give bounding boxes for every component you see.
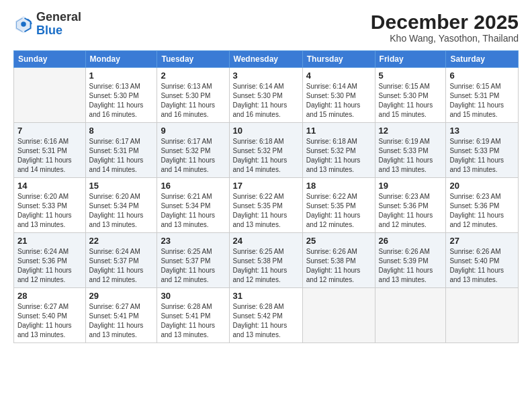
- calendar-day-cell: 3Sunrise: 6:14 AMSunset: 5:30 PMDaylight…: [229, 68, 302, 123]
- day-number: 25: [306, 236, 371, 246]
- day-number: 10: [233, 126, 299, 136]
- calendar-header-tuesday: Tuesday: [157, 51, 229, 68]
- calendar-header-wednesday: Wednesday: [229, 51, 302, 68]
- day-number: 17: [233, 181, 299, 191]
- day-number: 8: [89, 126, 154, 136]
- day-info: Sunrise: 6:17 AMSunset: 5:32 PMDaylight:…: [161, 137, 225, 175]
- calendar-day-cell: [446, 288, 519, 343]
- day-info: Sunrise: 6:28 AMSunset: 5:42 PMDaylight:…: [233, 302, 299, 340]
- day-info: Sunrise: 6:28 AMSunset: 5:41 PMDaylight:…: [161, 302, 225, 340]
- calendar-day-cell: 15Sunrise: 6:20 AMSunset: 5:34 PMDayligh…: [85, 178, 157, 233]
- day-number: 5: [379, 71, 443, 81]
- day-info: Sunrise: 6:16 AMSunset: 5:31 PMDaylight:…: [17, 137, 82, 175]
- day-number: 31: [233, 291, 299, 301]
- day-info: Sunrise: 6:15 AMSunset: 5:30 PMDaylight:…: [379, 82, 443, 120]
- day-number: 13: [449, 126, 515, 136]
- logo-text: General Blue: [36, 11, 81, 38]
- calendar-day-cell: 27Sunrise: 6:26 AMSunset: 5:40 PMDayligh…: [446, 233, 519, 288]
- day-number: 21: [17, 236, 82, 246]
- day-info: Sunrise: 6:27 AMSunset: 5:41 PMDaylight:…: [89, 302, 154, 340]
- day-number: 20: [449, 181, 515, 191]
- calendar-day-cell: 16Sunrise: 6:21 AMSunset: 5:34 PMDayligh…: [157, 178, 229, 233]
- day-number: 16: [161, 181, 225, 191]
- day-info: Sunrise: 6:22 AMSunset: 5:35 PMDaylight:…: [233, 192, 299, 230]
- calendar-day-cell: 24Sunrise: 6:25 AMSunset: 5:38 PMDayligh…: [229, 233, 302, 288]
- calendar-header-sunday: Sunday: [14, 51, 86, 68]
- calendar-day-cell: 9Sunrise: 6:17 AMSunset: 5:32 PMDaylight…: [157, 123, 229, 178]
- calendar-day-cell: 10Sunrise: 6:18 AMSunset: 5:32 PMDayligh…: [229, 123, 302, 178]
- logo-general: General: [36, 10, 81, 24]
- day-number: 27: [449, 236, 515, 246]
- calendar-day-cell: 7Sunrise: 6:16 AMSunset: 5:31 PMDaylight…: [14, 123, 86, 178]
- day-info: Sunrise: 6:14 AMSunset: 5:30 PMDaylight:…: [306, 82, 371, 120]
- day-number: 15: [89, 181, 154, 191]
- day-info: Sunrise: 6:19 AMSunset: 5:33 PMDaylight:…: [379, 137, 443, 175]
- calendar-week-row: 14Sunrise: 6:20 AMSunset: 5:33 PMDayligh…: [14, 178, 519, 233]
- calendar-day-cell: 29Sunrise: 6:27 AMSunset: 5:41 PMDayligh…: [85, 288, 157, 343]
- location: Kho Wang, Yasothon, Thailand: [371, 33, 519, 44]
- day-number: 2: [161, 71, 225, 81]
- calendar-header-thursday: Thursday: [302, 51, 375, 68]
- day-number: 30: [161, 291, 225, 301]
- day-number: 9: [161, 126, 225, 136]
- calendar-day-cell: 30Sunrise: 6:28 AMSunset: 5:41 PMDayligh…: [157, 288, 229, 343]
- calendar-week-row: 28Sunrise: 6:27 AMSunset: 5:40 PMDayligh…: [14, 288, 519, 343]
- day-number: 12: [379, 126, 443, 136]
- day-number: 26: [379, 236, 443, 246]
- calendar-header-row: SundayMondayTuesdayWednesdayThursdayFrid…: [14, 51, 519, 68]
- calendar-day-cell: 13Sunrise: 6:19 AMSunset: 5:33 PMDayligh…: [446, 123, 519, 178]
- calendar-day-cell: 2Sunrise: 6:13 AMSunset: 5:30 PMDaylight…: [157, 68, 229, 123]
- title-block: December 2025 Kho Wang, Yasothon, Thaila…: [371, 11, 519, 44]
- calendar-day-cell: 25Sunrise: 6:26 AMSunset: 5:38 PMDayligh…: [302, 233, 375, 288]
- logo-icon: [13, 14, 34, 34]
- calendar-day-cell: 21Sunrise: 6:24 AMSunset: 5:36 PMDayligh…: [14, 233, 86, 288]
- day-info: Sunrise: 6:26 AMSunset: 5:39 PMDaylight:…: [379, 247, 443, 285]
- calendar-day-cell: 23Sunrise: 6:25 AMSunset: 5:37 PMDayligh…: [157, 233, 229, 288]
- calendar-day-cell: [14, 68, 86, 123]
- calendar-day-cell: 11Sunrise: 6:18 AMSunset: 5:32 PMDayligh…: [302, 123, 375, 178]
- logo-blue: Blue: [36, 24, 62, 37]
- day-number: 29: [89, 291, 154, 301]
- day-info: Sunrise: 6:24 AMSunset: 5:37 PMDaylight:…: [89, 247, 154, 285]
- calendar-day-cell: 4Sunrise: 6:14 AMSunset: 5:30 PMDaylight…: [302, 68, 375, 123]
- day-number: 1: [89, 71, 154, 81]
- calendar-day-cell: 19Sunrise: 6:23 AMSunset: 5:36 PMDayligh…: [375, 178, 446, 233]
- day-number: 19: [379, 181, 443, 191]
- day-info: Sunrise: 6:25 AMSunset: 5:38 PMDaylight:…: [233, 247, 299, 285]
- day-number: 7: [17, 126, 82, 136]
- day-info: Sunrise: 6:18 AMSunset: 5:32 PMDaylight:…: [306, 137, 371, 175]
- calendar-header-friday: Friday: [375, 51, 446, 68]
- day-info: Sunrise: 6:18 AMSunset: 5:32 PMDaylight:…: [233, 137, 299, 175]
- day-number: 18: [306, 181, 371, 191]
- day-info: Sunrise: 6:13 AMSunset: 5:30 PMDaylight:…: [89, 82, 154, 120]
- calendar-day-cell: 26Sunrise: 6:26 AMSunset: 5:39 PMDayligh…: [375, 233, 446, 288]
- day-number: 23: [161, 236, 225, 246]
- calendar-day-cell: 17Sunrise: 6:22 AMSunset: 5:35 PMDayligh…: [229, 178, 302, 233]
- month-year: December 2025: [371, 11, 519, 33]
- calendar-day-cell: 20Sunrise: 6:23 AMSunset: 5:36 PMDayligh…: [446, 178, 519, 233]
- day-info: Sunrise: 6:26 AMSunset: 5:38 PMDaylight:…: [306, 247, 371, 285]
- calendar-day-cell: 22Sunrise: 6:24 AMSunset: 5:37 PMDayligh…: [85, 233, 157, 288]
- calendar-day-cell: 18Sunrise: 6:22 AMSunset: 5:35 PMDayligh…: [302, 178, 375, 233]
- calendar-day-cell: 6Sunrise: 6:15 AMSunset: 5:31 PMDaylight…: [446, 68, 519, 123]
- calendar-day-cell: 5Sunrise: 6:15 AMSunset: 5:30 PMDaylight…: [375, 68, 446, 123]
- day-info: Sunrise: 6:27 AMSunset: 5:40 PMDaylight:…: [17, 302, 82, 340]
- day-info: Sunrise: 6:24 AMSunset: 5:36 PMDaylight:…: [17, 247, 82, 285]
- day-number: 3: [233, 71, 299, 81]
- calendar-week-row: 1Sunrise: 6:13 AMSunset: 5:30 PMDaylight…: [14, 68, 519, 123]
- calendar-day-cell: 12Sunrise: 6:19 AMSunset: 5:33 PMDayligh…: [375, 123, 446, 178]
- calendar-day-cell: [302, 288, 375, 343]
- day-info: Sunrise: 6:22 AMSunset: 5:35 PMDaylight:…: [306, 192, 371, 230]
- day-info: Sunrise: 6:23 AMSunset: 5:36 PMDaylight:…: [379, 192, 443, 230]
- calendar-day-cell: 28Sunrise: 6:27 AMSunset: 5:40 PMDayligh…: [14, 288, 86, 343]
- calendar-day-cell: 8Sunrise: 6:17 AMSunset: 5:31 PMDaylight…: [85, 123, 157, 178]
- day-info: Sunrise: 6:25 AMSunset: 5:37 PMDaylight:…: [161, 247, 225, 285]
- day-info: Sunrise: 6:17 AMSunset: 5:31 PMDaylight:…: [89, 137, 154, 175]
- calendar-header-monday: Monday: [85, 51, 157, 68]
- svg-point-1: [21, 21, 26, 27]
- calendar-week-row: 7Sunrise: 6:16 AMSunset: 5:31 PMDaylight…: [14, 123, 519, 178]
- calendar-day-cell: 1Sunrise: 6:13 AMSunset: 5:30 PMDaylight…: [85, 68, 157, 123]
- day-number: 24: [233, 236, 299, 246]
- day-number: 14: [17, 181, 82, 191]
- day-info: Sunrise: 6:14 AMSunset: 5:30 PMDaylight:…: [233, 82, 299, 120]
